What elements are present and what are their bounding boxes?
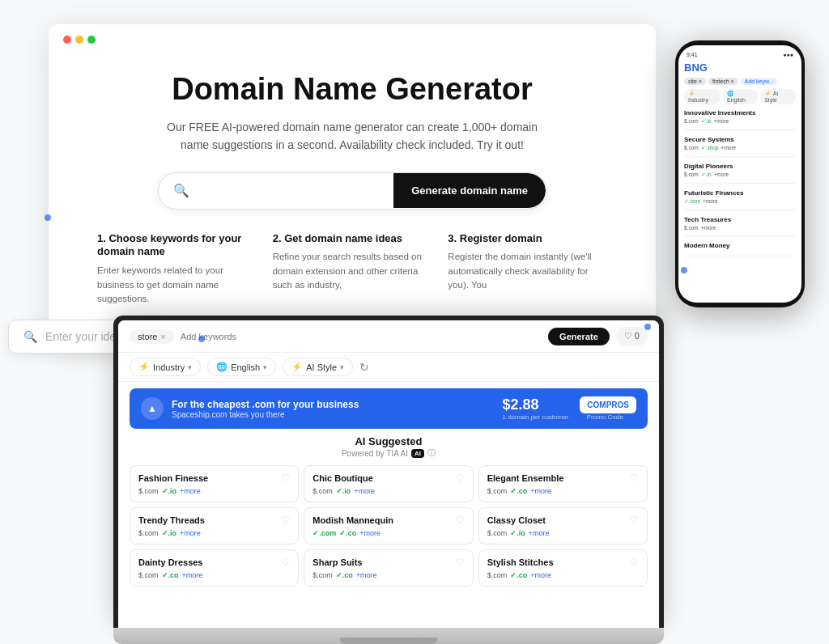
- phone-result-2-name: Secure Systems: [684, 136, 796, 143]
- result-badges: $.com ✓.io +more: [138, 487, 290, 495]
- badge-more[interactable]: +more: [530, 571, 551, 579]
- filter-english-label: English: [231, 362, 260, 372]
- badge-more[interactable]: +more: [354, 487, 375, 495]
- step-1: 1. Choose keywords for your domain name …: [97, 232, 257, 307]
- keyword-tag-label: store: [138, 332, 157, 341]
- ai-suggested-sub: Powered by TIA AI AI ⓘ: [118, 447, 659, 459]
- heart-icon[interactable]: ♡: [281, 557, 290, 568]
- search-input[interactable]: [201, 173, 393, 209]
- result-card-header: Classy Closet ♡: [487, 515, 639, 526]
- badge-check-co: ✓.co: [510, 487, 527, 495]
- step-1-desc: Enter keywords related to your business …: [97, 264, 257, 306]
- generate-domain-button[interactable]: Generate domain name: [393, 173, 546, 208]
- results-grid: Fashion Finesse ♡ $.com ✓.io +more Chic …: [118, 460, 659, 591]
- result-name: Fashion Finesse: [138, 473, 208, 483]
- heart-icon[interactable]: ♡: [630, 472, 639, 484]
- phone-filter-ai[interactable]: ⚡ AI Style: [760, 89, 796, 104]
- dot-red: [63, 36, 71, 44]
- heart-icon[interactable]: ♡: [630, 515, 639, 526]
- badge-more[interactable]: +more: [530, 487, 551, 495]
- promo-main-text: For the cheapest .com for your business: [172, 399, 359, 410]
- badge-more[interactable]: +more: [180, 487, 201, 495]
- filter-industry-label: Industry: [153, 362, 185, 372]
- badge-more[interactable]: +more: [356, 571, 377, 579]
- heart-icon[interactable]: ♡: [456, 515, 465, 526]
- step-3: 3. Register domain Register the domain i…: [448, 232, 607, 307]
- result-badges: $.com ✓.io +more: [138, 529, 290, 537]
- result-badges: $.com ✓.io +more: [487, 529, 639, 537]
- phone-tag-add[interactable]: Add keyw...: [741, 78, 778, 85]
- heart-icon[interactable]: ♡: [630, 557, 639, 568]
- ai-suggested-header: AI Suggested Powered by TIA AI AI ⓘ: [118, 435, 659, 459]
- result-trendy-threads: Trendy Threads ♡ $.com ✓.io +more: [130, 507, 299, 544]
- site-subtitle: Our FREE AI-powered domain name generato…: [158, 118, 546, 155]
- result-name: Stylish Stitches: [487, 557, 554, 567]
- heart-icon[interactable]: ♡: [281, 515, 290, 526]
- app-generate-button[interactable]: Generate: [548, 328, 610, 345]
- chevron-down-icon-3: ▾: [340, 363, 344, 371]
- filter-ai-label: AI Style: [306, 362, 337, 372]
- promo-code-button[interactable]: COMPROS: [580, 396, 636, 413]
- promo-icon: ▲: [141, 397, 164, 420]
- laptop-mockup: store × Generate ♡ 0 ⚡ Industry ▾ 🌐: [113, 316, 664, 644]
- phone-filter-english[interactable]: 🌐 English: [723, 89, 758, 104]
- promo-price-note: 1 domain per customer: [503, 413, 569, 421]
- result-card-header: Sharp Suits ♡: [312, 557, 464, 568]
- phone-result-1: Innovative Investments $.com ✓.io +more: [684, 109, 796, 130]
- badge-more: +more: [714, 118, 729, 125]
- filter-industry-button[interactable]: ⚡ Industry ▾: [130, 358, 201, 376]
- badge-dollar-com: $.com: [487, 487, 508, 495]
- phone-status-bar: 9:41 ●●●: [684, 52, 796, 57]
- phone-filters: ⚡ Industry 🌐 English ⚡ AI Style: [684, 89, 796, 104]
- result-card-header: Trendy Threads ♡: [138, 515, 290, 526]
- ai-powered-label: Powered by TIA AI: [342, 449, 408, 458]
- badge-more[interactable]: +more: [359, 529, 380, 537]
- heart-icon[interactable]: ♡: [456, 472, 465, 484]
- connection-dot-4: [681, 267, 687, 273]
- filter-ai-style-button[interactable]: ⚡ AI Style ▾: [283, 358, 353, 376]
- badge-shop: ✓.shop: [701, 145, 719, 151]
- filter-english-button[interactable]: 🌐 English ▾: [207, 358, 276, 376]
- result-stylish-stitches: Stylish Stitches ♡ $.com ✓.co +more: [478, 549, 648, 587]
- badge-com: $.com: [684, 118, 699, 125]
- result-classy-closet: Classy Closet ♡ $.com ✓.io +more: [478, 507, 648, 544]
- badge-dollar-com: $.com: [487, 571, 508, 579]
- promo-code-block: COMPROS Promo Code: [573, 396, 636, 421]
- refresh-button[interactable]: ↻: [359, 361, 369, 374]
- keyword-tag-store: store ×: [130, 329, 174, 344]
- phone-screen: 9:41 ●●● BNG site × fintech × Add keyw..…: [678, 45, 801, 303]
- badge-more: +more: [703, 198, 718, 205]
- keyword-tag-close[interactable]: ×: [160, 332, 165, 341]
- laptop-base: [113, 628, 664, 644]
- phone-result-6: Modern Money: [684, 242, 796, 256]
- badge-more[interactable]: +more: [182, 571, 203, 579]
- result-name: Modish Mannequin: [312, 515, 393, 525]
- badge-check-io: ✓.io: [510, 529, 525, 537]
- phone-result-4-badges: ✓.com +more: [684, 198, 796, 205]
- badge-more[interactable]: +more: [180, 529, 201, 537]
- step-2: 2. Get domain name ideas Refine your sea…: [273, 232, 432, 307]
- heart-icon[interactable]: ♡: [456, 557, 465, 568]
- badge-dollar-com: $.com: [138, 487, 159, 495]
- badge-dollar-com: $.com: [312, 571, 333, 579]
- phone-result-4-name: Futuristic Finances: [684, 189, 796, 197]
- phone-logo: BNG: [684, 61, 796, 74]
- step-3-title: 3. Register domain: [448, 232, 607, 246]
- result-card-header: Fashion Finesse ♡: [138, 472, 290, 484]
- phone-filter-industry[interactable]: ⚡ Industry: [684, 89, 721, 104]
- info-icon: ⓘ: [427, 447, 436, 459]
- badge-more: +more: [701, 225, 716, 231]
- result-card-header: Chic Boutique ♡: [312, 472, 464, 484]
- heart-icon[interactable]: ♡: [281, 472, 290, 484]
- badge-com: $.com: [684, 225, 699, 231]
- badge-io: ✓.io: [701, 118, 712, 125]
- result-fashion-finesse: Fashion Finesse ♡ $.com ✓.io +more: [130, 465, 299, 502]
- badge-check-io: ✓.io: [162, 487, 177, 495]
- website-card: Domain Name Generator Our FREE AI-powere…: [49, 24, 656, 348]
- badge-check-com: ✓.com: [312, 529, 336, 537]
- add-keywords-input[interactable]: [181, 332, 542, 341]
- scene: Domain Name Generator Our FREE AI-powere…: [0, 0, 829, 644]
- app-heart-button[interactable]: ♡ 0: [616, 327, 648, 345]
- badge-more[interactable]: +more: [529, 529, 550, 537]
- badge-check-io: ✓.io: [336, 487, 351, 495]
